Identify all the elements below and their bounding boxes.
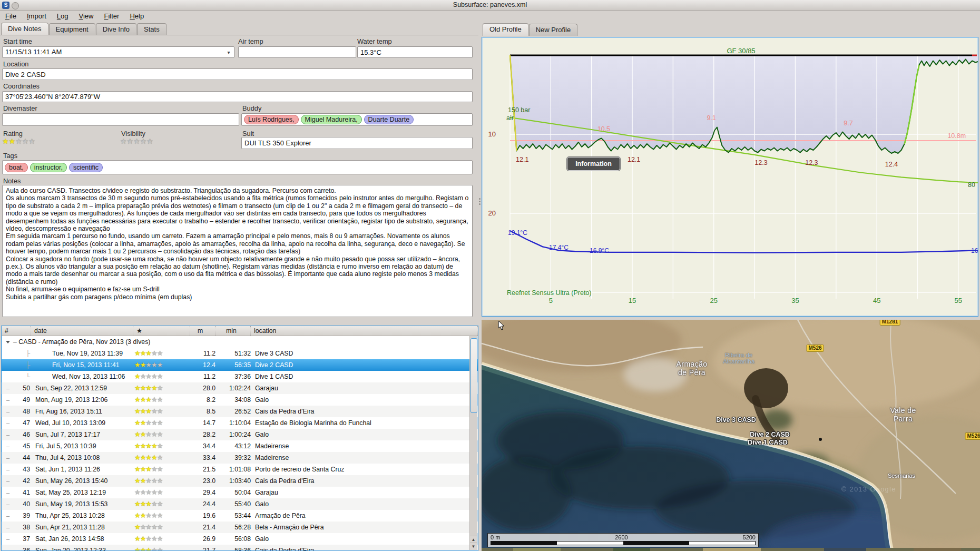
tree-decoration: – [2, 431, 14, 438]
tab-new-profile[interactable]: New Profile [529, 24, 577, 36]
star-empty-icon: ★ [134, 489, 140, 496]
dive-duration: 55:40 [215, 500, 251, 508]
column-header-min[interactable]: min [215, 326, 251, 336]
star-filled-icon: ★ [140, 350, 146, 357]
tab-equipment[interactable]: Equipment [49, 23, 95, 35]
tags-field[interactable]: boat,instructor,scientific [2, 160, 473, 174]
tab-dive-info[interactable]: Dive Info [96, 23, 136, 35]
dive-row[interactable]: –47Wed, Jul 10, 2013 13:09★★★★★14.71:10:… [2, 417, 478, 429]
dive-date: Mon, Aug 19, 2013 12:06 [31, 396, 133, 404]
start-time-combobox[interactable]: 11/15/13 11:41 AM ▾ [2, 46, 234, 58]
notes-textarea[interactable]: Aula do curso CASD. Transectos c/video e… [2, 185, 473, 317]
dive-depth: 34.4 [190, 442, 215, 450]
title-bar[interactable]: Subsurface: paneves.xml S [0, 0, 980, 11]
tree-decoration: – [2, 443, 14, 449]
dive-number: ├ [14, 361, 31, 369]
dive-row[interactable]: –36Sun, Jan 20, 2013 12:33★★★★★21.758:36… [2, 545, 478, 551]
dive-date: Sat, Jun 1, 2013 11:26 [31, 466, 133, 473]
scroll-down-icon[interactable]: ▼ [470, 543, 477, 550]
water-temp-input[interactable] [357, 46, 473, 58]
water-temp-label: Water temp [357, 37, 392, 45]
dive-duration: 1:10:04 [215, 419, 251, 427]
menu-view[interactable]: View [74, 11, 99, 22]
column-header-date[interactable]: date [31, 326, 133, 336]
menu-filter[interactable]: Filter [99, 11, 124, 22]
dive-location: Dive 1 CASD [251, 373, 478, 380]
information-tooltip[interactable]: Information [567, 157, 620, 171]
star-filled-icon: ★ [2, 137, 9, 145]
star-empty-icon: ★ [127, 137, 134, 145]
trip-label: – CASD - Armação de Pêra, Nov 2013 (3 di… [12, 338, 150, 346]
dive-depth: 33.4 [190, 454, 215, 461]
buddy-label: Buddy [242, 104, 261, 112]
star-empty-icon: ★ [151, 431, 157, 438]
column-header-★[interactable]: ★ [133, 326, 190, 336]
dive-row[interactable]: –41Sat, May 25, 2013 12:19★★★★★29.450:04… [2, 487, 478, 498]
dive-duration: 1:02:24 [215, 385, 251, 392]
horizontal-splitter[interactable] [0, 318, 478, 325]
dive-location: Garajau [251, 489, 478, 496]
star-empty-icon: ★ [157, 442, 163, 450]
star-empty-icon: ★ [145, 373, 151, 380]
location-input[interactable] [2, 68, 473, 80]
dive-site-map[interactable]: 0 m 2600 5200 © 2013 Google Armação de P… [482, 320, 980, 551]
star-filled-icon: ★ [151, 385, 157, 392]
min-depth-label: 10.5 [597, 125, 610, 133]
dive-row[interactable]: ├Tue, Nov 19, 2013 11:39★★★★★11.251:32Di… [2, 348, 478, 359]
rating-stars[interactable]: ★★★★★ [2, 136, 35, 146]
dive-row[interactable]: ├Fri, Nov 15, 2013 11:41★★★★★12.456:35Di… [2, 359, 478, 371]
dive-row[interactable]: –49Mon, Aug 19, 2013 12:06★★★★★8.234:08G… [2, 394, 478, 406]
dive-row[interactable]: –42Sun, May 26, 2013 15:40★★★★★23.01:03:… [2, 475, 478, 487]
dive-date: Sun, Sep 22, 2013 12:59 [31, 385, 133, 392]
buddy-field[interactable]: Luís Rodrigues,Miguel Madureira,Duarte D… [241, 113, 473, 126]
star-filled-icon: ★ [134, 396, 140, 404]
pressure-start-label: 150 bar [508, 106, 530, 114]
dive-row[interactable]: –37Sat, Jan 26, 2013 14:58★★★★★26.956:08… [2, 533, 478, 545]
menu-file[interactable]: File [0, 11, 22, 22]
window-menu-button-icon[interactable] [12, 2, 19, 9]
dive-list[interactable]: #date★mminlocation – CASD - Armação de P… [1, 326, 478, 551]
tab-dive-notes[interactable]: Dive Notes [1, 23, 48, 35]
column-header-m[interactable]: m [190, 326, 215, 336]
divemaster-input[interactable] [2, 113, 239, 126]
mouse-cursor-icon [498, 320, 505, 331]
scrollbar-thumb[interactable] [471, 338, 477, 413]
scroll-up-icon[interactable]: ▲ [470, 536, 477, 543]
menu-help[interactable]: Help [124, 11, 149, 22]
dive-row[interactable]: –43Sat, Jun 1, 2013 11:26★★★★★21.51:01:0… [2, 464, 478, 475]
tree-decoration: – [2, 524, 14, 530]
tab-stats[interactable]: Stats [137, 23, 166, 35]
suit-input[interactable] [241, 137, 473, 149]
air-temp-input[interactable] [238, 46, 356, 58]
dive-row[interactable]: └Wed, Nov 13, 2013 11:06★★★★★11.237:36Di… [2, 371, 478, 382]
visibility-stars[interactable]: ★★★★★ [120, 136, 153, 146]
tree-decoration: – [2, 466, 14, 473]
dive-row[interactable]: –46Sun, Jul 7, 2013 17:17★★★★★28.21:00:2… [2, 429, 478, 440]
star-empty-icon: ★ [145, 512, 151, 519]
dive-number: └ [14, 373, 31, 380]
menu-log[interactable]: Log [52, 11, 74, 22]
coordinates-input[interactable] [2, 91, 473, 102]
dive-trip-row[interactable]: – CASD - Armação de Pêra, Nov 2013 (3 di… [2, 336, 478, 348]
column-header-num[interactable]: # [2, 326, 31, 336]
collapse-caret-icon[interactable] [2, 338, 12, 346]
x-axis-tick: 5 [549, 297, 553, 304]
dive-list-scrollbar[interactable]: ▲ ▼ [469, 336, 477, 550]
dive-row[interactable]: –40Sun, May 19, 2013 15:53★★★★★24.455:40… [2, 498, 478, 510]
column-header-location[interactable]: location [251, 326, 478, 336]
dive-location: Madeirense [251, 442, 478, 450]
dive-row[interactable]: –44Thu, Jul 4, 2013 10:08★★★★★33.439:32M… [2, 452, 478, 464]
tab-old-profile[interactable]: Old Profile [483, 23, 528, 36]
dive-row[interactable]: –48Fri, Aug 16, 2013 15:11★★★★★8.526:52C… [2, 406, 478, 417]
menu-import[interactable]: Import [22, 11, 52, 22]
dive-duration: 56:08 [215, 535, 251, 543]
dive-row[interactable]: –45Fri, Jul 5, 2013 10:39★★★★★34.443:12M… [2, 440, 478, 452]
star-empty-icon: ★ [151, 477, 157, 485]
star-empty-icon: ★ [133, 137, 140, 145]
dive-row[interactable]: –50Sun, Sep 22, 2013 12:59★★★★★28.01:02:… [2, 382, 478, 394]
star-empty-icon: ★ [157, 373, 163, 380]
dive-row[interactable]: –38Sun, Apr 21, 2013 11:28★★★★★21.456:28… [2, 522, 478, 533]
chevron-down-icon[interactable]: ▾ [224, 48, 233, 57]
dive-row[interactable]: –39Thu, Apr 25, 2013 10:28★★★★★19.653:44… [2, 510, 478, 522]
star-filled-icon: ★ [134, 431, 140, 438]
